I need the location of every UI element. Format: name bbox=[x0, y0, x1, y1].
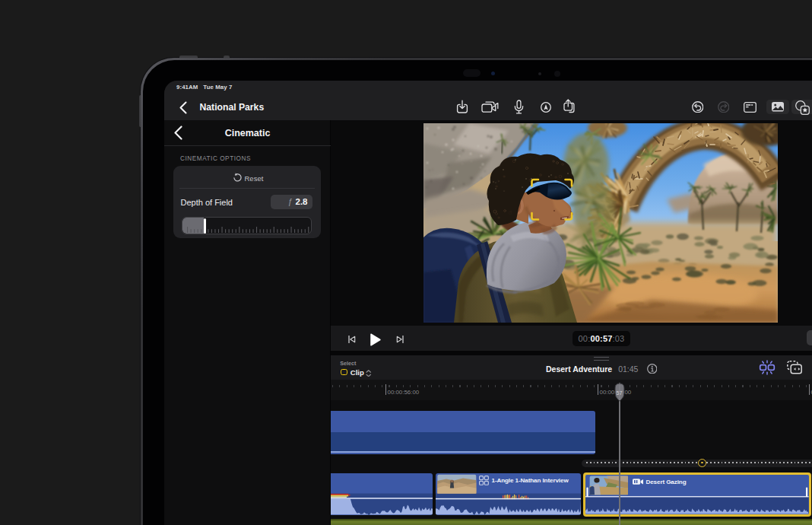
svg-text:57: 57 bbox=[617, 390, 623, 396]
svg-text:1-Angle 1-Nathan Interview: 1-Angle 1-Nathan Interview bbox=[491, 477, 569, 484]
svg-text:Desert Gazing: Desert Gazing bbox=[645, 479, 686, 485]
